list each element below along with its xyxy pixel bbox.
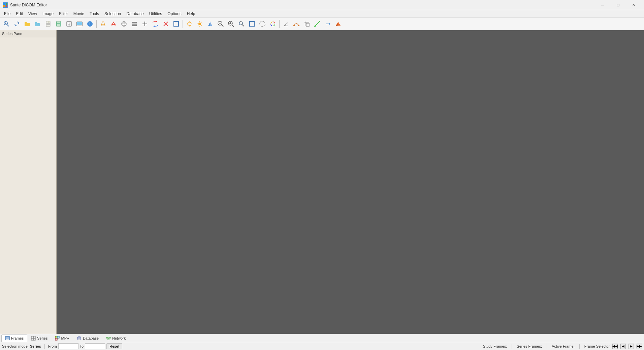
tab-network[interactable]: Network	[102, 335, 129, 342]
window-title: Sante DICOM Editor	[10, 3, 595, 7]
reset-button[interactable]: Reset	[106, 343, 122, 349]
maximize-button[interactable]: □	[610, 0, 626, 10]
open-folder-button[interactable]	[22, 19, 32, 29]
save-button[interactable]	[54, 19, 64, 29]
svg-marker-59	[208, 22, 210, 26]
main-layout: Series Pane	[0, 30, 644, 334]
svg-rect-1	[6, 3, 7, 5]
plus-button[interactable]	[140, 19, 150, 29]
svg-rect-0	[3, 3, 5, 5]
frame-first-button[interactable]: ◀◀	[612, 344, 618, 349]
cut-tool-button[interactable]	[108, 19, 119, 29]
color-button[interactable]	[268, 19, 278, 29]
preview-button[interactable]	[119, 19, 129, 29]
menu-filter[interactable]: Filter	[56, 11, 71, 17]
menu-tools[interactable]: Tools	[87, 11, 102, 17]
menu-utilities[interactable]: Utilities	[147, 11, 165, 17]
svg-line-57	[201, 22, 202, 23]
svg-rect-92	[33, 336, 35, 338]
line-tool-button[interactable]	[312, 19, 322, 29]
menu-selection[interactable]: Selection	[102, 11, 124, 17]
menu-edit[interactable]: Edit	[13, 11, 26, 17]
rect-select-button[interactable]	[247, 19, 257, 29]
svg-rect-102	[108, 339, 109, 340]
active-frame-label: Active Frame:	[552, 344, 575, 348]
ellipse-select-button[interactable]	[257, 19, 267, 29]
svg-rect-95	[55, 336, 57, 338]
frame-button[interactable]	[171, 19, 181, 29]
svg-rect-36	[132, 22, 137, 23]
edit-tool-button[interactable]	[98, 19, 108, 29]
svg-rect-38	[132, 25, 137, 26]
svg-line-31	[114, 22, 115, 26]
svg-line-71	[242, 25, 244, 26]
arrow-button[interactable]	[323, 19, 333, 29]
mpr-icon	[55, 336, 60, 341]
svg-line-30	[112, 22, 114, 26]
svg-marker-46	[189, 21, 190, 22]
zoom-out-button[interactable]	[216, 19, 226, 29]
tab-frames[interactable]: Frames	[1, 335, 27, 342]
export-button[interactable]	[64, 19, 74, 29]
svg-line-64	[222, 25, 223, 27]
frame-prev-button[interactable]: ◀	[620, 344, 626, 349]
pan-button[interactable]	[184, 19, 194, 29]
zoom-in-button[interactable]	[226, 19, 236, 29]
flip-button[interactable]	[205, 19, 215, 29]
bottom-tabs: Frames Series MPR Database	[0, 334, 644, 342]
menu-view[interactable]: View	[26, 11, 40, 17]
svg-point-77	[293, 25, 295, 26]
menu-database[interactable]: Database	[124, 11, 146, 17]
tab-mpr[interactable]: MPR	[51, 335, 73, 342]
svg-marker-47	[191, 23, 192, 25]
erase-button[interactable]	[333, 19, 343, 29]
svg-marker-27	[101, 22, 105, 26]
refresh-button[interactable]	[12, 19, 22, 29]
to-input[interactable]	[85, 343, 105, 349]
status-sep-1	[44, 344, 45, 349]
svg-line-82	[315, 22, 320, 26]
cross-button[interactable]	[161, 19, 171, 29]
menu-image[interactable]: Image	[40, 11, 56, 17]
svg-rect-91	[31, 336, 33, 338]
svg-marker-49	[187, 23, 188, 25]
svg-rect-97	[55, 338, 57, 340]
svg-rect-94	[33, 338, 35, 340]
tab-series[interactable]: Series	[27, 335, 51, 342]
svg-rect-2	[3, 5, 5, 7]
curve-tool-button[interactable]	[291, 19, 301, 29]
roi-button[interactable]	[302, 19, 312, 29]
to-section: To	[80, 343, 105, 349]
angle-tool-button[interactable]	[281, 19, 291, 29]
minimize-button[interactable]: ─	[595, 0, 610, 10]
menu-movie[interactable]: Movie	[71, 11, 87, 17]
align-button[interactable]	[129, 19, 139, 29]
brightness-button[interactable]	[195, 19, 205, 29]
frame-selector-label: Frame Selector	[584, 344, 610, 348]
swap-button[interactable]	[150, 19, 160, 29]
from-input[interactable]	[58, 343, 78, 349]
canvas-area[interactable]	[57, 30, 644, 334]
open-dicom-button[interactable]	[1, 19, 11, 29]
svg-rect-100	[106, 337, 108, 338]
screen-button[interactable]	[74, 19, 85, 29]
database-icon	[77, 336, 82, 341]
frame-last-button[interactable]: ▶▶	[637, 344, 642, 349]
svg-rect-101	[109, 337, 110, 338]
menu-options[interactable]: Options	[165, 11, 184, 17]
open-file-button[interactable]	[43, 19, 53, 29]
zoom-area-button[interactable]	[236, 19, 247, 29]
frame-next-button[interactable]: ▶	[629, 344, 634, 349]
close-button[interactable]: ✕	[626, 0, 641, 10]
info-button[interactable]: i	[85, 19, 95, 29]
menu-help[interactable]: Help	[184, 11, 198, 17]
series-icon	[31, 336, 36, 341]
tab-database[interactable]: Database	[73, 335, 102, 342]
svg-line-75	[284, 23, 288, 26]
svg-rect-96	[57, 336, 59, 338]
menu-file[interactable]: File	[1, 11, 13, 17]
svg-rect-17	[57, 22, 60, 23]
new-folder-button[interactable]	[33, 19, 43, 29]
toolbar-sep-1	[96, 20, 97, 28]
selection-mode-value: Series	[30, 344, 41, 348]
